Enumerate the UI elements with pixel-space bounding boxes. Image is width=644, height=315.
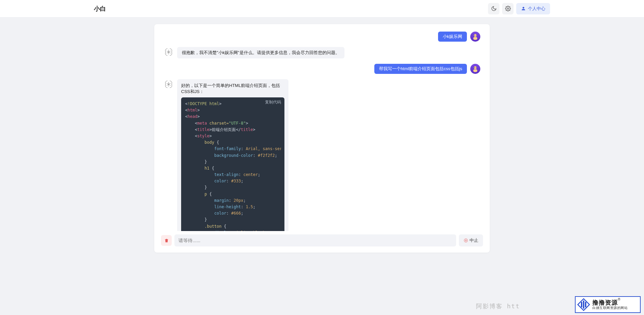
svg-point-4 bbox=[476, 35, 476, 36]
theme-toggle-button[interactable] bbox=[488, 3, 499, 14]
app-title: 小白 bbox=[94, 5, 106, 13]
svg-rect-13 bbox=[585, 302, 586, 307]
openai-icon bbox=[165, 81, 172, 88]
profile-label: 个人中心 bbox=[528, 6, 545, 12]
avatar-icon bbox=[471, 33, 479, 41]
avatar-icon bbox=[471, 65, 479, 73]
user-message: 小k娱乐网 bbox=[438, 32, 467, 42]
logo-icon bbox=[577, 298, 590, 311]
stop-label: 中止 bbox=[470, 237, 478, 243]
svg-point-8 bbox=[476, 67, 476, 68]
chat-card: 小k娱乐网 很抱歉，我不清楚"小k娱乐网"是什么。请提供更多信息，我会尽力回答您… bbox=[154, 24, 490, 253]
svg-rect-10 bbox=[465, 240, 467, 241]
watermark-text: 阿影博客 htt bbox=[476, 302, 520, 310]
logo-sub-text: 白嫖互联网资源的网站 bbox=[592, 306, 628, 310]
user-avatar bbox=[470, 64, 480, 74]
bot-message: 好的，以下是一个简单的HTML前端介绍页面，包括CSS和JS： 复制代码 <!D… bbox=[177, 79, 288, 231]
copy-code-button[interactable]: 复制代码 bbox=[265, 99, 281, 105]
code-block: 复制代码 <!DOCTYPE html> <html> <head> <meta… bbox=[181, 97, 284, 231]
svg-point-3 bbox=[474, 35, 475, 36]
gear-icon bbox=[505, 6, 511, 11]
profile-button[interactable]: 个人中心 bbox=[516, 3, 550, 14]
svg-point-9 bbox=[464, 239, 468, 242]
stop-icon bbox=[464, 238, 468, 243]
clear-chat-button[interactable] bbox=[161, 235, 172, 246]
user-message: 帮我写一个html前端介绍页面包括css包括js bbox=[374, 64, 467, 74]
svg-rect-6 bbox=[473, 69, 477, 72]
bot-message: 很抱歉，我不清楚"小k娱乐网"是什么。请提供更多信息，我会尽力回答您的问题。 bbox=[177, 47, 344, 58]
svg-rect-2 bbox=[473, 37, 477, 40]
logo-main-text: 撸撸资源 bbox=[592, 300, 618, 306]
trash-icon bbox=[164, 238, 169, 243]
settings-button[interactable] bbox=[502, 3, 514, 14]
svg-point-7 bbox=[474, 67, 475, 68]
logo-reg-mark: ® bbox=[618, 298, 620, 301]
bot-intro-text: 好的，以下是一个简单的HTML前端介绍页面，包括CSS和JS： bbox=[181, 83, 284, 95]
code-content: <!DOCTYPE html> <html> <head> <meta char… bbox=[185, 101, 281, 231]
user-icon bbox=[521, 6, 526, 11]
site-logo-banner: 撸撸资源 ® 白嫖互联网资源的网站 bbox=[575, 296, 641, 313]
svg-rect-12 bbox=[581, 302, 582, 307]
svg-rect-14 bbox=[583, 301, 584, 309]
openai-icon bbox=[165, 48, 172, 56]
svg-point-0 bbox=[507, 8, 508, 9]
chat-input[interactable] bbox=[174, 234, 456, 246]
user-avatar bbox=[470, 32, 480, 42]
moon-icon bbox=[491, 6, 497, 11]
bot-avatar bbox=[164, 47, 174, 57]
stop-button[interactable]: 中止 bbox=[459, 234, 483, 246]
message-list: 小k娱乐网 很抱歉，我不清楚"小k娱乐网"是什么。请提供更多信息，我会尽力回答您… bbox=[154, 24, 490, 231]
bot-avatar bbox=[164, 79, 174, 89]
